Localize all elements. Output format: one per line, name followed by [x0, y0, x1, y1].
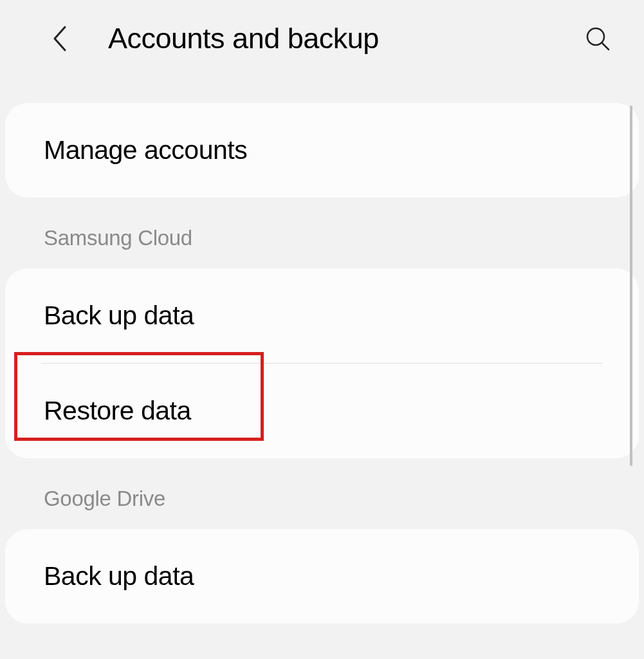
- search-button[interactable]: [582, 23, 613, 54]
- svg-line-1: [602, 43, 609, 50]
- chevron-left-icon: [51, 24, 68, 53]
- standalone-card: Manage accounts: [5, 103, 639, 198]
- restore-data-item[interactable]: Restore data: [5, 364, 639, 458]
- scrollbar[interactable]: [630, 106, 632, 653]
- backup-data-google-item[interactable]: Back up data: [5, 529, 639, 624]
- backup-data-samsung-item[interactable]: Back up data: [5, 268, 639, 363]
- search-icon: [585, 26, 611, 51]
- google-drive-card: Back up data: [5, 529, 639, 624]
- page-title: Accounts and backup: [108, 22, 379, 55]
- svg-point-0: [587, 28, 604, 45]
- header-bar: Accounts and backup: [0, 0, 644, 77]
- manage-accounts-item[interactable]: Manage accounts: [5, 103, 639, 198]
- back-button[interactable]: [46, 26, 72, 51]
- section-header-google-drive: Google Drive: [5, 458, 639, 529]
- content-area: Manage accounts Samsung Cloud Back up da…: [0, 77, 644, 624]
- section-header-samsung-cloud: Samsung Cloud: [5, 198, 639, 268]
- samsung-cloud-card: Back up data Restore data: [5, 268, 639, 458]
- scrollbar-thumb[interactable]: [630, 106, 632, 466]
